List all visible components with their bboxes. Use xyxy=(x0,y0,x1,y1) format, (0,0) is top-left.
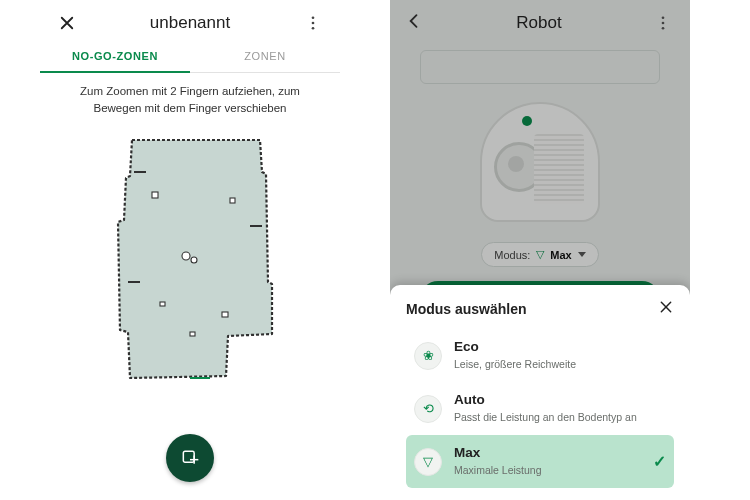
fan-icon: ▽ xyxy=(414,448,442,476)
svg-rect-5 xyxy=(152,192,158,198)
close-icon[interactable] xyxy=(658,299,674,319)
gesture-hint: Zum Zoomen mit 2 Fingern aufziehen, zum … xyxy=(40,73,340,122)
map-editor-screen: unbenannt NO-GO-ZONEN ZONEN Zum Zoomen m… xyxy=(40,0,340,500)
mode-option-eco[interactable]: ❀ Eco Leise, größere Reichweite xyxy=(406,329,674,382)
mode-select-modal: Modus auswählen ❀ Eco Leise, größere Rei… xyxy=(390,285,690,500)
svg-rect-9 xyxy=(190,332,195,336)
svg-rect-7 xyxy=(160,302,165,306)
svg-point-2 xyxy=(312,27,315,30)
leaf-icon: ❀ xyxy=(414,342,442,370)
mode-option-max[interactable]: ▽ Max Maximale Leistung ✓ xyxy=(406,435,674,488)
svg-rect-14 xyxy=(183,451,194,462)
more-icon[interactable] xyxy=(300,10,326,36)
check-icon: ✓ xyxy=(653,452,666,471)
svg-rect-8 xyxy=(222,312,228,317)
mode-option-auto[interactable]: ⟲ Auto Passt die Leistung an den Bodenty… xyxy=(406,382,674,435)
svg-rect-6 xyxy=(230,198,235,203)
svg-point-0 xyxy=(312,16,315,19)
tab-nogo[interactable]: NO-GO-ZONEN xyxy=(40,42,190,72)
add-zone-button[interactable] xyxy=(166,434,214,482)
page-title: unbenannt xyxy=(80,13,300,33)
header: unbenannt xyxy=(40,0,340,42)
svg-point-1 xyxy=(312,22,315,25)
svg-point-4 xyxy=(191,257,197,263)
svg-point-3 xyxy=(182,252,190,260)
tab-zonen[interactable]: ZONEN xyxy=(190,42,340,72)
close-icon[interactable] xyxy=(54,10,80,36)
auto-icon: ⟲ xyxy=(414,395,442,423)
tab-bar: NO-GO-ZONEN ZONEN xyxy=(40,42,340,73)
robot-control-screen: Robot Modus: ▽ Max ALLE RÄUME REINIGEN S… xyxy=(390,0,690,500)
modal-title: Modus auswählen xyxy=(406,301,658,317)
